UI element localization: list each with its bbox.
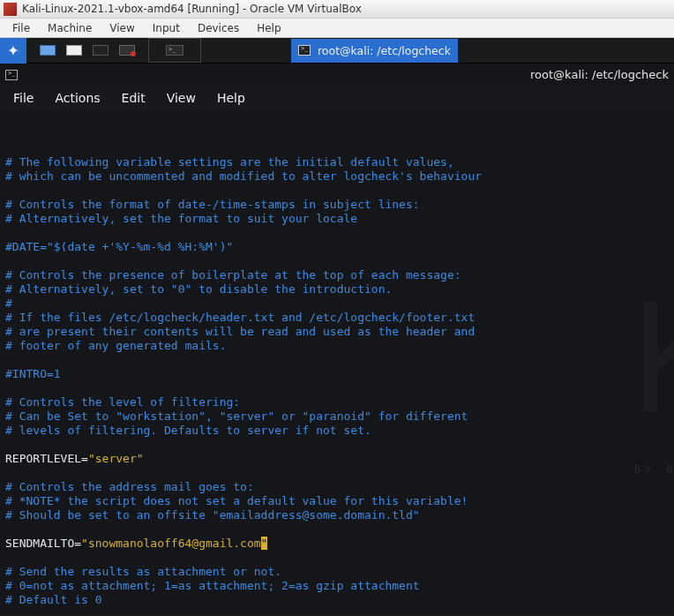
terminal-menu-actions[interactable]: Actions xyxy=(44,88,110,108)
editor-line: # levels of filtering. Defaults to serve… xyxy=(5,424,669,438)
terminal-app-icon xyxy=(5,70,18,80)
kali-dragon-icon: ✦ xyxy=(7,42,19,59)
panel-launcher-icons xyxy=(35,41,139,60)
text-cursor: " xyxy=(261,537,268,550)
editor-line: # Should be set to an offsite "emailaddr… xyxy=(5,508,669,522)
vbox-menu-help[interactable]: Help xyxy=(248,20,289,36)
vbox-menu-view[interactable]: View xyxy=(101,20,143,36)
taskbar-workspace[interactable] xyxy=(148,38,201,63)
editor-line: # Controls the level of filtering: xyxy=(5,395,669,409)
vbox-menubar: File Machine View Input Devices Help xyxy=(0,19,674,38)
editor-line: # Default is 0 xyxy=(5,593,669,607)
editor-line: # The following variable settings are th… xyxy=(5,155,669,169)
terminal-titlebar: root@kali: /etc/logcheck xyxy=(0,64,674,86)
editor-line: # xyxy=(5,297,669,311)
editor-line xyxy=(5,607,669,616)
editor-line: # Controls the format of date-/time-stam… xyxy=(5,198,669,212)
editor-line: # Alternatively, set the format to suit … xyxy=(5,212,669,226)
vbox-menu-file[interactable]: File xyxy=(4,20,39,36)
editor-line: # Can be Set to "workstation", "server" … xyxy=(5,409,669,424)
vbox-menu-machine[interactable]: Machine xyxy=(39,20,101,36)
vbox-menu-devices[interactable]: Devices xyxy=(189,20,248,36)
virtualbox-icon xyxy=(4,3,17,16)
vbox-menu-input[interactable]: Input xyxy=(144,20,189,36)
terminal-menubar: File Actions Edit View Help xyxy=(0,86,674,109)
editor-line: REPORTLEVEL="server" xyxy=(5,452,669,466)
editor-line: # Controls the presence of boilerplate a… xyxy=(5,268,669,282)
editor-line xyxy=(5,438,669,452)
file-manager-icon[interactable] xyxy=(35,41,60,60)
editor-line xyxy=(5,522,669,537)
editor-line: #DATE="$(date +'%Y-%m-%d %H:%M')" xyxy=(5,240,669,254)
terminal-window-icon xyxy=(298,45,311,56)
terminal-menu-file[interactable]: File xyxy=(3,88,44,108)
editor-line xyxy=(5,226,669,240)
taskbar-window-terminal[interactable]: root@kali: /etc/logcheck xyxy=(291,39,458,63)
browser-icon[interactable] xyxy=(62,41,86,60)
kali-panel: ✦ root@kali: /etc/logcheck xyxy=(0,38,674,64)
editor-line: # Alternatively, set to "0" to disable t… xyxy=(5,282,669,297)
editor-line: # *NOTE* the script does not set a defau… xyxy=(5,494,669,508)
terminal-menu-help[interactable]: Help xyxy=(206,88,256,108)
vbox-title: Kali-Linux-2021.1-vbox-amd64 [Running] -… xyxy=(22,3,362,15)
taskbar-window-label: root@kali: /etc/logcheck xyxy=(318,44,451,57)
editor-line xyxy=(5,353,669,367)
editor-line xyxy=(5,254,669,268)
terminal-title: root@kali: /etc/logcheck xyxy=(530,68,669,81)
terminal-launcher-icon[interactable] xyxy=(88,41,113,60)
terminal-body[interactable]: K BY OF # The following variable setting… xyxy=(0,109,674,615)
terminal-menu-view[interactable]: View xyxy=(156,88,206,108)
editor-line: SENDMAILTO="snowmanolaoff64@gmail.com" xyxy=(5,537,669,551)
editor-line: # Controls the address mail goes to: xyxy=(5,480,669,494)
editor-line xyxy=(5,381,669,395)
editor-line: # 0=not as attachment; 1=as attachment; … xyxy=(5,579,669,593)
editor-line: # Send the results as attachment or not. xyxy=(5,565,669,579)
kali-menu-button[interactable]: ✦ xyxy=(0,38,26,64)
editor-line: # are present their contents will be rea… xyxy=(5,325,669,339)
editor-line xyxy=(5,184,669,198)
editor-line: # which can be uncommented and modified … xyxy=(5,169,669,184)
editor-line: #INTRO=1 xyxy=(5,367,669,381)
terminal-menu-edit[interactable]: Edit xyxy=(111,88,156,108)
vbox-titlebar: Kali-Linux-2021.1-vbox-amd64 [Running] -… xyxy=(0,0,674,19)
editor-line xyxy=(5,466,669,480)
editor-icon[interactable] xyxy=(115,41,139,60)
editor-line: # footer of any generated mails. xyxy=(5,339,669,353)
editor-line: # If the files /etc/logcheck/header.txt … xyxy=(5,311,669,325)
editor-line xyxy=(5,551,669,565)
